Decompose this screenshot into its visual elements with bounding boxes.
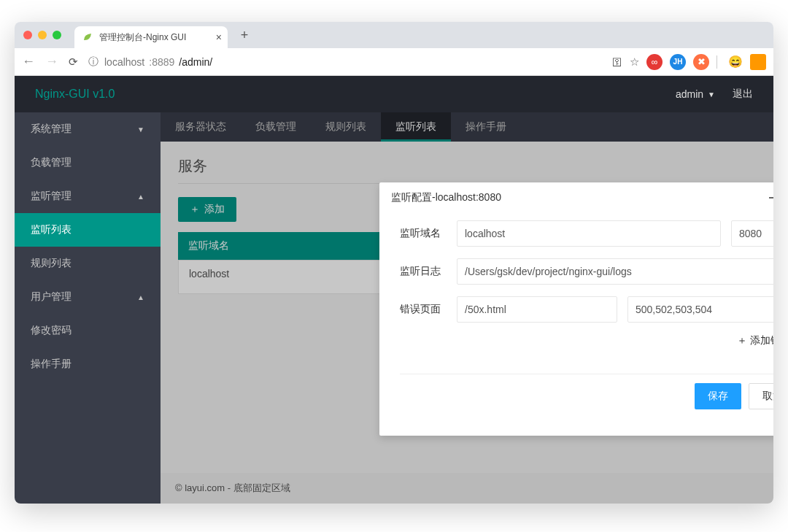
app-logo: Nginx-GUI v1.0	[35, 88, 115, 101]
domain-input[interactable]	[457, 220, 721, 247]
logout-link[interactable]: 退出	[733, 88, 753, 101]
browser-tab-strip: 管理控制台-Nginx GUI × +	[15, 22, 773, 48]
domain-label: 监听域名	[400, 227, 447, 240]
sidebar-item-password[interactable]: 修改密码	[15, 314, 161, 347]
extension-icon[interactable]: 😄	[728, 55, 743, 69]
save-button[interactable]: 保存	[695, 383, 741, 409]
url-port: :8889	[149, 56, 174, 68]
extension-icon[interactable]	[750, 54, 766, 70]
extension-icon[interactable]: ✖	[693, 54, 709, 70]
user-label: admin	[676, 88, 703, 100]
chevron-up-icon: ▲	[137, 193, 144, 201]
sidebar-item-manual[interactable]: 操作手册	[15, 347, 161, 381]
sidebar: 系统管理▼ 负载管理 监听管理▲ 监听列表 规则列表 用户管理▲ 修改密码 操作…	[15, 112, 161, 504]
chevron-down-icon: ▼	[708, 90, 715, 99]
chevron-up-icon: ▲	[137, 293, 144, 301]
log-label: 监听日志	[400, 265, 447, 278]
app-header: Nginx-GUI v1.0 admin ▼ 退出	[15, 76, 773, 112]
error-page-path-input[interactable]	[457, 296, 617, 323]
extension-icon[interactable]: JH	[670, 54, 686, 70]
close-window-icon[interactable]	[23, 31, 32, 39]
maximize-window-icon[interactable]	[53, 31, 61, 39]
sidebar-item-listen-list[interactable]: 监听列表	[15, 213, 161, 247]
bookmark-icon[interactable]: ☆	[630, 55, 639, 69]
sidebar-item-listen-group[interactable]: 监听管理▲	[15, 180, 161, 213]
divider	[716, 55, 721, 69]
chevron-down-icon: ▼	[137, 126, 144, 134]
url-host: localhost	[104, 56, 144, 68]
error-page-label: 错误页面	[400, 303, 447, 316]
leaf-icon	[82, 31, 93, 43]
log-path-input[interactable]	[457, 258, 773, 285]
add-error-page-button[interactable]: ＋ 添加错误页面	[737, 334, 773, 346]
browser-tab[interactable]: 管理控制台-Nginx GUI ×	[74, 26, 228, 48]
forward-icon[interactable]: →	[45, 54, 58, 69]
new-tab-button[interactable]: +	[235, 26, 254, 45]
minimize-window-icon[interactable]	[38, 31, 47, 39]
dialog-title: 监听配置-localhost:8080	[391, 191, 501, 204]
cancel-button[interactable]: 取消	[749, 383, 773, 409]
back-icon[interactable]: ←	[22, 54, 35, 69]
reload-icon[interactable]: ⟳	[69, 55, 78, 69]
sidebar-item-rule-list[interactable]: 规则列表	[15, 247, 161, 280]
listen-config-dialog: 监听配置-localhost:8080 监听域名	[379, 182, 773, 436]
extension-icon[interactable]: ∞	[646, 54, 663, 70]
plus-icon: ＋	[737, 334, 747, 346]
sidebar-item-system[interactable]: 系统管理▼	[15, 112, 161, 146]
tab-title: 管理控制台-Nginx GUI	[99, 31, 186, 44]
address-bar-row: ← → ⟳ ⓘlocalhost:8889/admin/ ⚿ ☆ ∞ JH ✖ …	[15, 48, 773, 76]
user-menu[interactable]: admin ▼	[676, 88, 715, 100]
minimize-icon[interactable]	[768, 192, 773, 204]
key-icon[interactable]: ⚿	[612, 56, 622, 68]
url-path: /admin/	[179, 56, 212, 68]
error-page-codes-input[interactable]	[627, 296, 773, 323]
close-tab-icon[interactable]: ×	[216, 31, 222, 43]
sidebar-item-user-group[interactable]: 用户管理▲	[15, 280, 161, 314]
sidebar-item-load[interactable]: 负载管理	[15, 146, 161, 180]
address-bar[interactable]: ⓘlocalhost:8889/admin/	[88, 55, 602, 69]
info-icon: ⓘ	[88, 55, 98, 69]
port-input[interactable]	[731, 220, 773, 247]
